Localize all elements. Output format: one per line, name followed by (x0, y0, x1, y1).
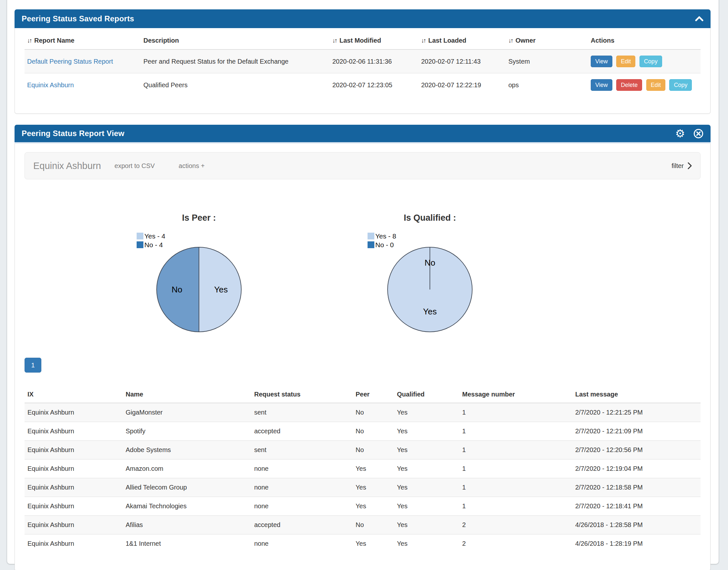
cell: 4/26/2018 - 1:28:58 PM (572, 516, 701, 534)
svg-text:Yes: Yes (423, 307, 437, 316)
cell: 1 (459, 441, 572, 460)
copy-button[interactable]: Copy (669, 79, 692, 91)
gear-icon[interactable]: ⚙ (675, 128, 685, 139)
report-toolbar: Equinix Ashburn export to CSV actions + … (25, 152, 701, 179)
saved-reports-title: Peering Status Saved Reports (22, 14, 134, 23)
results-table-wrap: IX Name Request status Peer Qualified Me… (25, 386, 701, 553)
legend-swatch-no (137, 241, 143, 248)
actions-link[interactable]: actions + (179, 162, 205, 170)
results-header-row: IX Name Request status Peer Qualified Me… (25, 386, 701, 403)
saved-reports-header-row: ↓↑Report Name Description ↓↑Last Modifie… (25, 32, 701, 49)
filter-link[interactable]: filter (672, 162, 692, 170)
close-icon[interactable] (693, 128, 703, 138)
result-row: Equinix Ashburn Spotify accepted No Yes … (25, 422, 701, 441)
col-last-message: Last message (572, 386, 701, 403)
cell: No (353, 403, 394, 422)
filter-label: filter (672, 162, 684, 170)
col-owner[interactable]: ↓↑Owner (506, 32, 588, 49)
cell: Equinix Ashburn (25, 516, 123, 534)
content-card: Peering Status Saved Reports ↓↑Report Na… (7, 0, 719, 564)
delete-button[interactable]: Delete (616, 79, 642, 91)
cell: Yes (353, 497, 394, 516)
cell: Afilias (123, 516, 251, 534)
cell: Spotify (123, 422, 251, 441)
result-row: Equinix Ashburn Allied Telecom Group non… (25, 478, 701, 497)
cell: 2/7/2020 - 12:20:56 PM (572, 441, 701, 460)
cell: 2/7/2020 - 12:18:41 PM (572, 497, 701, 516)
report-link[interactable]: Equinix Ashburn (27, 81, 74, 88)
cell-report-name: Default Peering Status Report (25, 49, 141, 73)
collapse-chevron-up-icon[interactable] (695, 16, 703, 21)
edit-button[interactable]: Edit (646, 79, 665, 91)
cell: sent (251, 441, 353, 460)
col-last-loaded[interactable]: ↓↑Last Loaded (419, 32, 506, 49)
cell-owner: ops (506, 73, 588, 97)
cell: Equinix Ashburn (25, 422, 123, 441)
report-view-header: Peering Status Report View ⚙ (15, 125, 711, 144)
export-csv-link[interactable]: export to CSV (115, 162, 155, 170)
legend-swatch-yes (137, 233, 143, 239)
edit-button[interactable]: Edit (616, 56, 635, 67)
result-row: Equinix Ashburn Afilias accepted No Yes … (25, 516, 701, 534)
cell: 2 (459, 534, 572, 553)
pie-chart: YesNo (383, 243, 477, 336)
cell: Yes (394, 497, 459, 516)
cell: Yes (394, 534, 459, 553)
cell-actions: View Delete Edit Copy (588, 73, 701, 97)
view-button[interactable]: View (591, 56, 612, 67)
result-row: Equinix Ashburn 1&1 Internet none Yes Ye… (25, 534, 701, 553)
chevron-right-icon (688, 162, 692, 169)
col-report-name[interactable]: ↓↑Report Name (25, 32, 141, 49)
col-name: Name (123, 386, 251, 403)
cell: Yes (394, 422, 459, 441)
cell-actions: View Edit Copy (588, 49, 701, 73)
cell: 2 (459, 516, 572, 534)
cell: 4/26/2018 - 1:28:19 PM (572, 534, 701, 553)
cell: Equinix Ashburn (25, 403, 123, 422)
svg-text:No: No (425, 258, 435, 268)
cell: none (251, 534, 353, 553)
result-row: Equinix Ashburn Akamai Technologies none… (25, 497, 701, 516)
saved-reports-body: ↓↑Report Name Description ↓↑Last Modifie… (15, 28, 711, 114)
col-last-modified[interactable]: ↓↑Last Modified (330, 32, 419, 49)
report-view-title: Peering Status Report View (22, 129, 124, 138)
cell: sent (251, 403, 353, 422)
is-qualified-chart: Is Qualified : Yes - 8 No - 0 YesNo (360, 211, 499, 352)
legend-item: Yes - 8 (368, 232, 396, 240)
cell: accepted (251, 422, 353, 441)
col-message-number: Message number (459, 386, 572, 403)
report-link[interactable]: Default Peering Status Report (27, 58, 113, 65)
cell: Akamai Technologies (123, 497, 251, 516)
cell: No (353, 422, 394, 441)
view-button[interactable]: View (591, 79, 612, 91)
page-1-button[interactable]: 1 (25, 358, 41, 372)
cell: Yes (353, 460, 394, 478)
cell: none (251, 497, 353, 516)
cell-last-loaded: 2020-02-07 12:22:19 (419, 73, 506, 97)
legend-swatch-no (368, 241, 374, 248)
cell: 2/7/2020 - 12:21:25 PM (572, 403, 701, 422)
chart-title: Is Peer : (129, 211, 268, 223)
cell: GigaMonster (123, 403, 251, 422)
cell: 1 (459, 497, 572, 516)
cell: 1 (459, 403, 572, 422)
cell: Equinix Ashburn (25, 497, 123, 516)
cell: Amazon.com (123, 460, 251, 478)
copy-button[interactable]: Copy (640, 56, 662, 67)
cell: 1 (459, 422, 572, 441)
col-peer: Peer (353, 386, 394, 403)
sort-icon: ↓↑ (421, 37, 426, 44)
cell: No (353, 516, 394, 534)
cell: No (353, 441, 394, 460)
cell: 1 (459, 478, 572, 497)
sort-icon: ↓↑ (508, 37, 513, 44)
cell-description: Qualified Peers (141, 73, 330, 97)
cell-report-name: Equinix Ashburn (25, 73, 141, 97)
col-actions: Actions (588, 32, 701, 49)
saved-reports-panel: Peering Status Saved Reports ↓↑Report Na… (15, 9, 711, 114)
cell: 1&1 Internet (123, 534, 251, 553)
cell: 2/7/2020 - 12:21:09 PM (572, 422, 701, 441)
result-row: Equinix Ashburn Amazon.com none Yes Yes … (25, 460, 701, 478)
saved-report-row: Default Peering Status Report Peer and R… (25, 49, 701, 73)
report-name: Equinix Ashburn (33, 161, 101, 171)
